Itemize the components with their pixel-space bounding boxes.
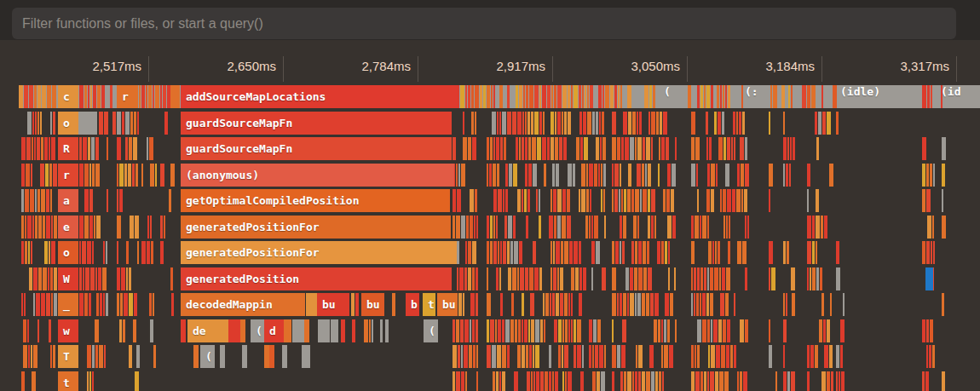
frame-sliver [148, 85, 152, 108]
frame-sliver [126, 241, 129, 264]
frame-bar[interactable]: generatedPosition [181, 267, 452, 290]
frame-sliver [571, 85, 573, 108]
frame-sliver [557, 85, 562, 108]
frame-bar[interactable]: R [58, 137, 78, 160]
frame-sliver [824, 216, 827, 239]
frame-sliver [564, 241, 568, 264]
frame-bar[interactable]: de [187, 319, 228, 342]
frame-sliver [535, 345, 539, 368]
frame-bar[interactable]: W [58, 267, 78, 290]
frame-sliver [580, 371, 584, 391]
frame-bar[interactable]: _ [58, 293, 78, 316]
frame-sliver [37, 189, 40, 212]
flame-chart[interactable]: craddSourceMapLocations((:(idle)(idoguar… [0, 0, 980, 391]
frame-bar[interactable]: d [264, 319, 284, 342]
frame-sliver [711, 189, 714, 212]
frame-bar-unlabeled[interactable] [242, 345, 247, 368]
frame-sliver [50, 345, 52, 368]
frame-sliver [110, 85, 112, 108]
frame-sliver [133, 137, 137, 160]
frame-bar-unlabeled[interactable] [220, 345, 225, 368]
frame-sliver [551, 267, 552, 290]
frame-sliver [631, 241, 634, 264]
frame-sliver [807, 189, 809, 212]
frame-bar[interactable]: bu [317, 293, 349, 316]
frame-sliver [487, 85, 490, 108]
frame-bar[interactable]: bu [437, 293, 458, 316]
frame-bar[interactable]: r [58, 164, 78, 187]
frame-bar-unlabeled[interactable] [306, 293, 317, 316]
frame-sliver [663, 112, 667, 135]
frame-bar[interactable]: t [423, 293, 435, 316]
frame-bar-unlabeled[interactable] [305, 345, 310, 368]
frame-sliver [568, 293, 570, 316]
frame-bar-unlabeled[interactable] [240, 319, 245, 342]
frame-bar-unlabeled[interactable] [284, 319, 291, 342]
frame-sliver [499, 85, 503, 108]
frame-bar[interactable]: guardSourceMapFn [181, 137, 452, 160]
idle-frame-label: (id [941, 85, 960, 108]
frame-sliver [623, 112, 627, 135]
frame-bar[interactable]: ( [251, 319, 264, 342]
frame-bar[interactable]: getOptimalCompiledPosition [181, 189, 450, 212]
frame-sliver [711, 319, 712, 342]
frame-bar-unlabeled[interactable] [331, 319, 338, 342]
frame-sliver [517, 267, 519, 290]
frame-bar[interactable]: T [58, 345, 78, 368]
frame-bar-unlabeled[interactable] [304, 319, 309, 342]
frame-bar[interactable]: bu [361, 293, 384, 316]
frame-sliver [654, 319, 657, 342]
frame-sliver [695, 371, 700, 391]
frame-bar[interactable]: addSourceMapLocations [181, 85, 458, 108]
frame-sliver [533, 164, 537, 187]
frame-sliver [602, 85, 604, 108]
frame-sliver [720, 85, 722, 108]
frame-bar-unlabeled[interactable] [282, 345, 287, 368]
frame-bar[interactable]: ( [424, 319, 438, 342]
frame-bar[interactable]: c [58, 85, 78, 108]
frame-sliver [711, 164, 715, 187]
frame-bar[interactable]: (anonymous) [181, 164, 454, 187]
frame-sliver [783, 137, 787, 160]
frame-bar[interactable]: o [58, 241, 78, 264]
frame-bar-unlabeled[interactable] [269, 345, 274, 368]
frame-sliver [667, 216, 672, 239]
frame-bar[interactable]: w [58, 319, 78, 342]
frame-sliver [107, 137, 108, 160]
frame-bar[interactable]: o [58, 112, 78, 135]
frame-bar-unlabeled[interactable] [228, 319, 240, 342]
frame-bar-unlabeled[interactable] [292, 319, 304, 342]
frame-sliver [707, 319, 710, 342]
frame-bar[interactable]: ( [200, 345, 215, 368]
frame-bar[interactable]: guardSourceMapFn [181, 112, 452, 135]
frame-sliver [508, 216, 512, 239]
frame-sliver [43, 216, 45, 239]
frame-bar[interactable]: a [58, 189, 78, 212]
frame-sliver [642, 293, 645, 316]
frame-sliver [104, 112, 108, 135]
frame-bar[interactable]: decodedMappin [181, 293, 305, 316]
frame-bar-unlabeled[interactable] [170, 85, 180, 108]
frame-bar-unlabeled[interactable] [78, 112, 97, 135]
frame-bar[interactable]: r [117, 85, 138, 108]
frame-sliver [718, 137, 723, 160]
frame-bar-unlabeled[interactable] [181, 319, 186, 342]
frame-bar-unlabeled[interactable] [318, 319, 330, 342]
frame-sliver [630, 293, 634, 316]
frame-bar-unlabeled[interactable] [193, 345, 199, 368]
frame-bar[interactable]: generatedPositionFor [181, 241, 457, 264]
frame-bar[interactable]: e [58, 216, 78, 239]
frame-sliver [155, 85, 159, 108]
frame-bar-unlabeled[interactable] [925, 267, 933, 290]
frame-sliver [525, 164, 527, 187]
frame-sliver [603, 164, 606, 187]
frame-sliver [170, 164, 175, 187]
frame-bar[interactable]: b [406, 293, 419, 316]
frame-bar[interactable]: t [58, 371, 78, 391]
frame-bar[interactable]: generatedPositionFor [181, 216, 451, 239]
frame-sliver [617, 345, 620, 368]
frame-sliver [527, 112, 530, 135]
frame-sliver [786, 164, 788, 187]
frame-sliver [711, 345, 715, 368]
frame-sliver [493, 137, 495, 160]
